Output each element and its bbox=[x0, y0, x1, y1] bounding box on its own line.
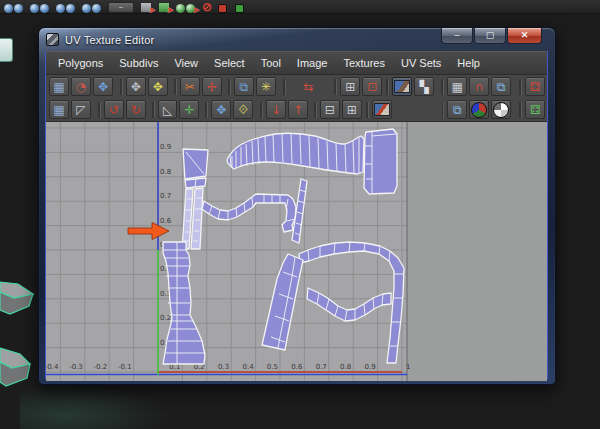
rotate-uvs-ccw-icon[interactable]: ↺ bbox=[104, 100, 124, 119]
close-button[interactable]: ✕ bbox=[507, 28, 542, 44]
unfold-uvs-icon[interactable]: ✳ bbox=[256, 77, 276, 96]
snap-uv-grid-icon[interactable]: ⊞ bbox=[340, 77, 360, 96]
cut-uv-area-icon: ◺ bbox=[163, 104, 172, 116]
u-axis-label: -0.4 bbox=[46, 363, 59, 371]
move-uv-shell-icon[interactable]: ✥ bbox=[93, 77, 113, 96]
menu-view[interactable]: View bbox=[166, 52, 206, 74]
rotate-uvs-cw-icon[interactable]: ↻ bbox=[126, 100, 146, 119]
menu-image[interactable]: Image bbox=[289, 52, 336, 74]
display-image-icon[interactable] bbox=[392, 77, 412, 96]
collapse-button[interactable]: – bbox=[108, 1, 134, 13]
shade-uvs-icon[interactable]: ⧉ bbox=[491, 77, 511, 96]
select-object-icon[interactable]: ➤ bbox=[140, 1, 152, 13]
map-uv-border-icon: ✥ bbox=[216, 104, 226, 116]
u-axis-label: -0.3 bbox=[69, 363, 83, 371]
menu-tool[interactable]: Tool bbox=[253, 52, 289, 74]
select-component-icon[interactable]: ➤ bbox=[158, 1, 170, 13]
align-max-v-icon[interactable]: ↑ bbox=[288, 100, 308, 119]
snap-uvs-icon: ⊟ bbox=[325, 104, 335, 116]
dim-image-icon[interactable]: ▚ bbox=[414, 77, 434, 96]
toolbar-separator bbox=[519, 79, 522, 95]
unfold-uvs-icon: ✳ bbox=[261, 81, 271, 93]
align-min-v-icon[interactable]: ↓ bbox=[266, 100, 286, 119]
cut-uv-area-icon[interactable]: ◺ bbox=[158, 100, 178, 119]
snap-uv-point-icon[interactable]: ⊡ bbox=[362, 77, 382, 96]
toolbar-separator bbox=[442, 102, 445, 118]
translate-uv-value-icon: ✥ bbox=[153, 81, 163, 93]
select-vertex-icon[interactable]: ➤ bbox=[176, 1, 196, 13]
menu-select[interactable]: Select bbox=[206, 52, 253, 74]
toolbar-separator bbox=[283, 79, 286, 95]
uv-shell-hand[interactable] bbox=[364, 129, 397, 194]
toolbar-separator bbox=[205, 102, 208, 118]
align-uv-horizontal-icon: ⇆ bbox=[303, 81, 313, 93]
maximize-button[interactable]: ▢ bbox=[474, 28, 506, 44]
uv-lattice-tool-icon[interactable]: ▦ bbox=[49, 77, 69, 96]
sew-uv-edges-icon[interactable]: ✢ bbox=[202, 77, 222, 96]
copy-uvs-icon[interactable]: ⧉ bbox=[447, 100, 467, 119]
u-axis-label: -0.2 bbox=[94, 363, 108, 371]
map-uv-border-icon[interactable]: ✥ bbox=[211, 100, 231, 119]
isolate-select-dice-red-icon[interactable]: ⚃ bbox=[525, 77, 545, 96]
toolbar-separator bbox=[314, 102, 317, 118]
translate-uv-value-icon[interactable]: ✥ bbox=[148, 77, 168, 96]
minimize-button[interactable]: – bbox=[441, 28, 473, 44]
cycle-uvs-icon[interactable]: ⟐ bbox=[233, 100, 253, 119]
menu-help[interactable]: Help bbox=[449, 52, 488, 74]
u-axis-label: 0.4 bbox=[242, 363, 254, 371]
layout-uvs-icon[interactable]: ⧉ bbox=[234, 77, 254, 96]
u-axis-label: 0.5 bbox=[267, 363, 278, 371]
snap-mode-spheres-icon[interactable] bbox=[82, 1, 102, 13]
texture-dice-green-icon[interactable]: ⚃ bbox=[525, 100, 545, 119]
toolbar-row-1: ▦◔✥✥✥✂✢⧉✳⇆⊞⊡▚▦∩⧉⚃ bbox=[46, 75, 547, 98]
copy-uvs-icon: ⧉ bbox=[453, 104, 462, 116]
menu-subdivs[interactable]: Subdivs bbox=[111, 52, 166, 74]
rgb-channels-icon[interactable] bbox=[469, 100, 489, 119]
menu-polygons[interactable]: Polygons bbox=[50, 52, 111, 74]
snap-mode-spheres-icon[interactable] bbox=[30, 1, 50, 13]
uv-smudge-tool-icon: ◔ bbox=[76, 81, 86, 93]
isolate-select-dice-red-icon: ⚃ bbox=[530, 81, 540, 93]
window-title: UV Texture Editor bbox=[65, 34, 154, 46]
match-uvs-icon[interactable]: ⊞ bbox=[342, 100, 362, 119]
select-shell-cursor-icon: ◸ bbox=[76, 104, 85, 116]
select-shell-cursor-icon[interactable]: ◸ bbox=[71, 100, 91, 119]
edit-image-pencil-icon bbox=[374, 103, 390, 116]
menu-uv-sets[interactable]: UV Sets bbox=[393, 52, 449, 74]
translate-uv-icon[interactable]: ✥ bbox=[126, 77, 146, 96]
align-uv-horizontal-icon[interactable]: ⇆ bbox=[289, 77, 329, 96]
rotate-uvs-ccw-icon: ↺ bbox=[109, 104, 119, 116]
red-marker-icon[interactable] bbox=[218, 1, 229, 13]
uv-lattice-tool-icon: ▦ bbox=[53, 81, 64, 93]
snap-mode-spheres-icon[interactable] bbox=[56, 1, 76, 13]
uv-canvas[interactable]: -0.5-0.4-0.3-0.2-0.10.10.20.30.40.50.60.… bbox=[46, 122, 547, 381]
viewport-panel-icon bbox=[0, 38, 13, 62]
snap-uvs-icon[interactable]: ⊟ bbox=[320, 100, 340, 119]
v-axis-label: 0.7 bbox=[160, 192, 171, 200]
pixel-snap-magnet-icon: ∩ bbox=[475, 81, 484, 93]
toolbars: ▦◔✥✥✥✂✢⧉✳⇆⊞⊡▚▦∩⧉⚃ ▦◸↺↻◺✛✥⟐↓↑⊟⊞⧉⚃ bbox=[46, 75, 547, 122]
toolbar-separator bbox=[174, 79, 177, 95]
alpha-channel-icon[interactable] bbox=[491, 100, 511, 119]
selection-mask-off-icon[interactable]: ⊘ bbox=[202, 1, 212, 13]
uv-smudge-tool-icon[interactable]: ◔ bbox=[71, 77, 91, 96]
menu-bar: PolygonsSubdivsViewSelectToolImageTextur… bbox=[46, 51, 547, 75]
match-uvs-icon: ⊞ bbox=[347, 104, 357, 116]
menu-textures[interactable]: Textures bbox=[335, 52, 393, 74]
view-grid-icon[interactable]: ▦ bbox=[447, 77, 467, 96]
move-uv-shell-icon: ✥ bbox=[98, 81, 108, 93]
edit-image-pencil-icon[interactable] bbox=[372, 100, 392, 119]
snap-uv-grid-icon: ⊞ bbox=[345, 81, 355, 93]
uv-axis-manip-icon[interactable]: ✛ bbox=[179, 100, 199, 119]
toolbar-separator bbox=[519, 102, 522, 118]
cut-uv-edges-icon[interactable]: ✂ bbox=[180, 77, 200, 96]
cycle-uvs-icon: ⟐ bbox=[238, 104, 247, 116]
u-axis-label: 0.6 bbox=[291, 363, 303, 371]
texture-dice-green-icon: ⚃ bbox=[530, 104, 540, 116]
titlebar[interactable]: UV Texture Editor –▢✕ bbox=[45, 28, 548, 51]
maya-desktop: { "window": { "title": "UV Texture Edito… bbox=[0, 0, 600, 429]
snap-mode-spheres-icon[interactable] bbox=[4, 1, 24, 13]
pixel-snap-magnet-icon[interactable]: ∩ bbox=[469, 77, 489, 96]
green-marker-icon[interactable] bbox=[235, 1, 246, 13]
uv-lattice-alt-icon[interactable]: ▦ bbox=[49, 100, 69, 119]
